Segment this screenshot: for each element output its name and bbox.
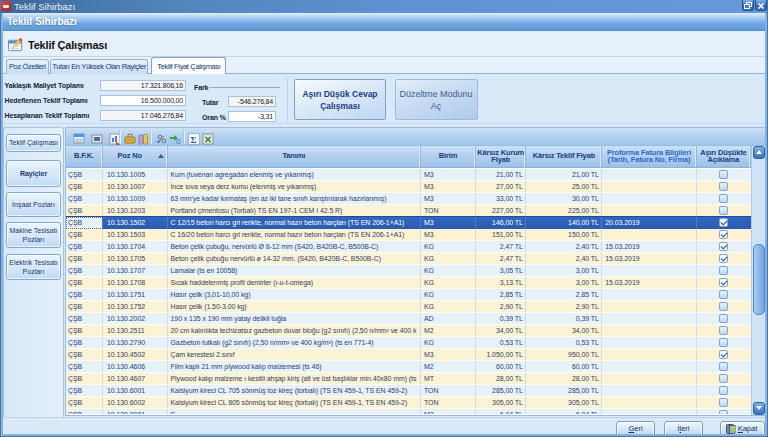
svg-text:Σ: Σ bbox=[191, 134, 197, 144]
svg-text:0: 0 bbox=[176, 137, 181, 145]
